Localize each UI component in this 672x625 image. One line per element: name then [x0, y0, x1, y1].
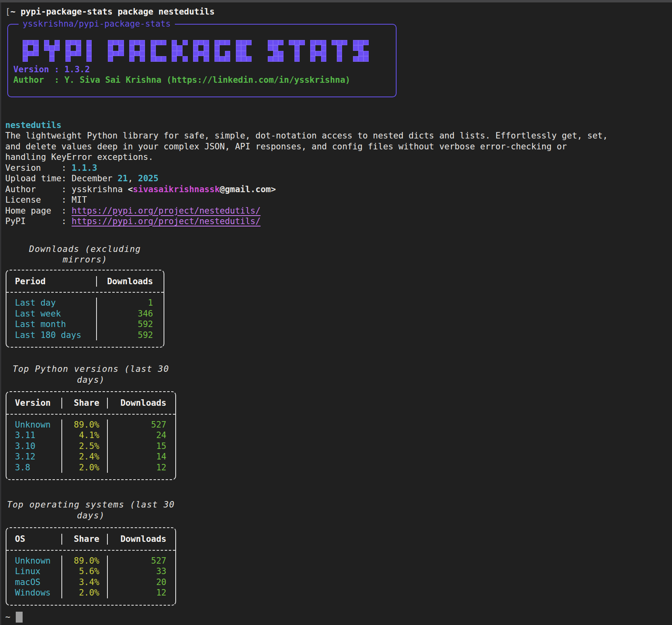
field-separator: :	[61, 185, 71, 194]
package-info: nestedutils The lightweight Python libra…	[5, 120, 672, 227]
table-cell: 15	[108, 441, 175, 452]
field-separator: :	[61, 216, 71, 226]
tool-version-line: Version : 1.3.2	[13, 64, 396, 75]
tool-author-line: Author : Y. Siva Sai Krishna (https://li…	[13, 75, 396, 86]
banner-glyph	[257, 40, 262, 62]
table-cell: 2.4%	[62, 451, 108, 462]
table-cell: 2.0%	[62, 462, 108, 473]
downloads-section: Downloads (excluding mirrors) Period Dow…	[5, 244, 672, 348]
table-body: Unknown89.0%527Linux5.6%33macOS3.4%20Win…	[6, 551, 175, 605]
banner-glyph	[97, 40, 103, 62]
command-line: [~ pypi-package-stats package nestedutil…	[5, 6, 672, 17]
prompt-symbol: ~	[10, 7, 16, 17]
table-cell: Last day	[6, 298, 97, 308]
table-cell: 89.0%	[62, 556, 108, 566]
prompt-tilde: ~	[5, 612, 10, 623]
table-body: Unknown89.0%5273.114.1%243.102.5%153.122…	[6, 415, 175, 480]
package-description-line: The lightweight Python library for safe,…	[5, 130, 672, 141]
table-cell: 24	[108, 430, 175, 441]
field-separator: :	[61, 163, 71, 173]
terminal: [~ pypi-package-stats package nestedutil…	[0, 2, 672, 623]
field-separator: :	[61, 195, 71, 205]
upload-comma: ,	[128, 174, 138, 183]
table-cell: 5.6%	[62, 566, 108, 577]
homepage-link[interactable]: https://pypi.org/project/nestedutils/	[71, 206, 260, 216]
package-description-line: handling KeyError exceptions.	[5, 152, 672, 163]
banner-glyph	[108, 40, 124, 62]
banner-glyph	[353, 40, 369, 62]
field-author: Author : ysskrishna <sivasaikrishnassk@g…	[5, 184, 672, 195]
table-cell: 2.0%	[62, 587, 108, 598]
field-license: License : MIT	[5, 195, 672, 206]
field-key: Home page	[5, 206, 61, 216]
field-separator: :	[61, 206, 71, 216]
author-name: ysskrishna	[71, 185, 128, 194]
field-pypi: PyPI : https://pypi.org/project/nestedut…	[5, 216, 672, 227]
table-cell: 33	[108, 566, 175, 577]
field-key: Upload time	[5, 173, 61, 184]
tool-author-name: Y. Siva Sai Krishna (	[64, 75, 172, 85]
table-cell: 346	[97, 308, 164, 319]
upload-year: 2025	[138, 174, 159, 183]
banner-glyph	[129, 40, 145, 62]
table-cell: 20	[108, 577, 175, 588]
operating-systems-section: Top operating systems (last 30 days) OS …	[5, 499, 672, 606]
banner-glyph	[289, 40, 305, 62]
column-header-version: Version	[6, 398, 62, 409]
column-header-period: Period	[6, 276, 97, 287]
table-cell: Linux	[6, 566, 62, 577]
command-text: pypi-package-stats package nestedutils	[15, 7, 214, 17]
table-cell: 1	[97, 298, 164, 308]
table-cell: 12	[108, 587, 175, 598]
email-angle-open: <	[128, 185, 133, 194]
license-value: MIT	[71, 195, 87, 205]
column-header-os: OS	[6, 534, 62, 545]
python-versions-table: Version Share Downloads Unknown89.0%5273…	[6, 391, 176, 480]
upload-month: December	[71, 174, 118, 183]
field-separator: :	[61, 174, 71, 183]
field-homepage: Home page : https://pypi.org/project/nes…	[5, 206, 672, 216]
downloads-table-title: Downloads (excluding mirrors)	[6, 244, 164, 265]
shell-prompt: ~	[5, 612, 672, 623]
pypi-link[interactable]: https://pypi.org/project/nestedutils/	[71, 216, 260, 226]
banner-glyph	[172, 40, 188, 62]
table-cell: Windows	[6, 587, 62, 598]
field-key: Version	[5, 163, 61, 174]
table-cell: Last week	[6, 308, 97, 319]
banner-glyph	[44, 40, 60, 62]
banner-glyph	[310, 40, 326, 62]
downloads-table: Period Downloads Last day1Last week346La…	[6, 270, 164, 348]
table-body: Last day1Last week346Last month592Last 1…	[6, 293, 164, 347]
package-description-line: and delete values deep in your complex J…	[5, 141, 672, 152]
terminal-cursor[interactable]	[16, 612, 23, 623]
field-value-version: 1.1.3	[71, 163, 97, 173]
tool-version-value: 1.3.2	[64, 65, 90, 74]
table-header: OS Share Downloads	[6, 528, 175, 551]
python-versions-section: Top Python versions (last 30 days) Versi…	[5, 364, 672, 480]
table-cell: Last month	[6, 319, 97, 330]
field-key: Author	[5, 184, 61, 195]
table-header: Version Share Downloads	[6, 392, 175, 415]
table-cell: 89.0%	[62, 419, 108, 430]
table-cell: 2.5%	[62, 441, 108, 452]
os-table-title: Top operating systems (last 30 days)	[6, 499, 176, 521]
python-versions-table-title: Top Python versions (last 30 days)	[6, 364, 176, 385]
table-cell: Last 180 days	[6, 330, 97, 341]
os-table: OS Share Downloads Unknown89.0%527Linux5…	[6, 527, 176, 606]
table-cell: 4.1%	[62, 430, 108, 441]
tool-version-label: Version :	[13, 65, 64, 74]
linkedin-url[interactable]: https://linkedin.com/in/ysskrishna	[172, 75, 345, 85]
column-header-downloads: Downloads	[108, 398, 175, 409]
banner-glyph	[236, 40, 252, 62]
email-user[interactable]: sivasaikrishnassk	[133, 185, 220, 194]
column-header-downloads: Downloads	[108, 534, 175, 545]
banner-glyph	[268, 40, 284, 62]
table-cell: 592	[97, 330, 164, 341]
banner-panel: ysskrishna/pypi-package-stats Version : …	[7, 24, 397, 97]
banner-glyph	[151, 40, 167, 62]
table-cell: macOS	[6, 577, 62, 588]
banner-glyph	[86, 40, 92, 62]
table-cell: 3.10	[6, 441, 62, 452]
package-name: nestedutils	[5, 120, 672, 131]
column-header-share: Share	[62, 398, 108, 409]
